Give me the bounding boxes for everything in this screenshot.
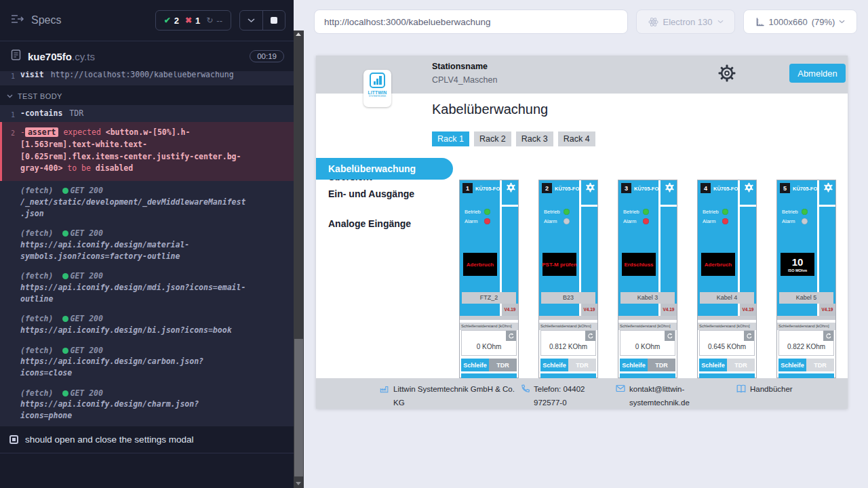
device-settings-gear-icon[interactable] bbox=[823, 182, 834, 193]
resistance-value: 0 KOhm bbox=[462, 343, 516, 350]
fetch-log-row[interactable]: (fetch)GET 200https://api.iconify.design… bbox=[0, 266, 294, 309]
url-input[interactable]: http://localhost:3000/kabelueberwachung bbox=[314, 9, 628, 34]
command-arg: http://localhost:3000/kabelueberwachung bbox=[51, 71, 234, 79]
schleife-button[interactable]: Schleife bbox=[699, 359, 727, 371]
specs-label[interactable]: Specs bbox=[31, 14, 61, 26]
fetch-log-row[interactable]: (fetch)GET 200https://api.iconify.design… bbox=[0, 341, 294, 384]
spec-duration-badge: 00:19 bbox=[250, 50, 284, 62]
failed-assert-row[interactable]: 2 -assert expected <button.w-[50%].h-[1.… bbox=[0, 122, 294, 181]
tab-rack-4[interactable]: Rack 4 bbox=[558, 131, 595, 146]
scroll-up-arrow-icon[interactable] bbox=[296, 33, 301, 36]
browser-selector[interactable]: Electron 130 bbox=[636, 9, 735, 34]
spec-file-row[interactable]: kue705fo.cy.ts 00:19 bbox=[0, 41, 294, 71]
device-settings-gear-icon[interactable] bbox=[665, 182, 675, 193]
command-row-visit[interactable]: 1 visithttp://localhost:3000/kabelueberw… bbox=[0, 71, 294, 85]
tab-rack-3[interactable]: Rack 3 bbox=[516, 131, 553, 146]
status-display: Erdschluss bbox=[622, 253, 656, 276]
resistance-value: 0.645 KOhm bbox=[700, 343, 754, 350]
refresh-button[interactable] bbox=[665, 331, 675, 341]
firmware-version: V4.19 bbox=[740, 304, 756, 316]
slot-number: 4 bbox=[701, 183, 711, 193]
cross-icon: ✖ bbox=[185, 16, 192, 25]
check-icon: ✔ bbox=[164, 16, 171, 25]
settings-gear-icon[interactable] bbox=[718, 64, 736, 82]
schleife-button[interactable]: Schleife bbox=[778, 359, 806, 371]
chevron-down-icon bbox=[717, 20, 724, 24]
device-card: 5 KÜ705-FO Betrieb Alarm 10ISO MOhm Kabe… bbox=[776, 180, 836, 378]
runner-controls bbox=[239, 10, 285, 30]
tab-rack-1[interactable]: Rack 1 bbox=[432, 131, 469, 146]
tdr-button[interactable]: TDR bbox=[648, 359, 675, 371]
specs-menu-icon[interactable] bbox=[11, 14, 24, 26]
betrieb-label: Betrieb bbox=[544, 209, 564, 215]
schleife-button[interactable]: Schleife bbox=[620, 359, 648, 371]
betrieb-led bbox=[484, 209, 490, 215]
chevron-down-icon bbox=[7, 94, 13, 98]
tdr-button[interactable]: TDR bbox=[806, 359, 834, 371]
device-settings-gear-icon[interactable] bbox=[506, 182, 517, 193]
test-stats[interactable]: ✔2 ✖1 ↻-- bbox=[155, 10, 231, 30]
divider bbox=[0, 453, 294, 453]
phone-icon bbox=[521, 384, 530, 393]
browser-name: Electron 130 bbox=[663, 17, 713, 27]
device-model: KÜ705-FO bbox=[793, 186, 817, 192]
tdr-button[interactable]: TDR bbox=[727, 359, 755, 371]
fetch-log-row[interactable]: (fetch)GET 200https://api.iconify.design… bbox=[0, 384, 294, 426]
resistance-label: Schleifenwiderstand [kOhm] bbox=[777, 323, 835, 330]
test-body-section-header[interactable]: TEST BODY bbox=[0, 85, 294, 105]
device-settings-gear-icon[interactable] bbox=[744, 182, 755, 193]
cable-name: Kabel 5 bbox=[779, 292, 833, 304]
status-display: 10ISO MOhm bbox=[781, 253, 814, 276]
refresh-button[interactable] bbox=[506, 331, 516, 341]
display-main: Aderbruch bbox=[467, 262, 494, 268]
status-dot bbox=[62, 230, 68, 237]
pending-test-row[interactable]: should open and close the settings modal bbox=[0, 426, 294, 451]
resistance-value-box: 0 KOhm bbox=[620, 330, 675, 356]
panel-scrollbar[interactable] bbox=[294, 30, 304, 488]
resistance-value-box: 0.822 KOhm bbox=[778, 330, 834, 356]
fetch-log-row[interactable]: (fetch)GET 200/_next/static/development/… bbox=[0, 181, 294, 224]
footer-manuals-link[interactable]: Handbücher bbox=[736, 383, 845, 396]
alarm-label: Alarm bbox=[623, 218, 643, 224]
footer-phone: Telefon: 04402 972577-0 bbox=[521, 383, 604, 409]
scrollbar-thumb[interactable] bbox=[294, 339, 303, 476]
sidebar-item-ein-und-ausgaenge[interactable]: Ein- und Ausgänge bbox=[316, 188, 453, 199]
command-row-contains[interactable]: 1 -containsTDR bbox=[0, 105, 294, 122]
resistance-value: 0.822 KOhm bbox=[779, 343, 833, 350]
sidebar-item-analoge-eingaenge[interactable]: Analoge Eingänge bbox=[316, 218, 453, 229]
fetch-log-row[interactable]: (fetch)GET 200https://api.iconify.design… bbox=[0, 309, 294, 340]
tdr-button[interactable]: TDR bbox=[489, 359, 517, 371]
alarm-label: Alarm bbox=[703, 218, 722, 224]
device-card: 1 KÜ705-FO Betrieb Alarm Aderbruch FTZ_2… bbox=[459, 180, 519, 378]
device-cards: 1 KÜ705-FO Betrieb Alarm Aderbruch FTZ_2… bbox=[459, 180, 836, 378]
station-info: Stationsname CPLV4_Maschen bbox=[432, 62, 497, 85]
scroll-down-arrow-icon[interactable] bbox=[296, 482, 301, 485]
refresh-button[interactable] bbox=[744, 331, 754, 341]
fetch-log-row[interactable]: (fetch)GET 200https://api.iconify.design… bbox=[0, 224, 294, 266]
alarm-led bbox=[564, 218, 570, 224]
status-dot bbox=[62, 348, 68, 354]
collapse-button[interactable] bbox=[240, 11, 262, 30]
stop-button[interactable] bbox=[262, 11, 285, 30]
alarm-led bbox=[722, 218, 728, 224]
resistance-value-box: 0.812 KOhm bbox=[540, 330, 596, 356]
refresh-button[interactable] bbox=[585, 331, 595, 341]
viewport-size-selector[interactable]: 1000x660 (79%) bbox=[743, 9, 857, 34]
tab-rack-2[interactable]: Rack 2 bbox=[474, 131, 511, 146]
command-arg: TDR bbox=[69, 108, 83, 118]
resistance-value-box: 0.645 KOhm bbox=[699, 330, 755, 356]
schleife-button[interactable]: Schleife bbox=[540, 359, 568, 371]
resistance-value: 0.812 KOhm bbox=[541, 343, 595, 350]
sidebar-item-kabelueberwachung[interactable]: Kabelüberwachung bbox=[316, 158, 453, 180]
tdr-button[interactable]: TDR bbox=[568, 359, 596, 371]
alarm-led bbox=[802, 218, 808, 224]
refresh-button[interactable] bbox=[823, 331, 833, 341]
device-settings-gear-icon[interactable] bbox=[585, 182, 596, 193]
app-footer: Littwin Systemtechnik GmbH & Co. KG Tele… bbox=[316, 378, 848, 409]
alarm-label: Alarm bbox=[782, 218, 802, 224]
logout-button[interactable]: Abmelden bbox=[789, 64, 846, 83]
resistance-label: Schleifenwiderstand [kOhm] bbox=[539, 323, 597, 330]
app-viewport: Stationsname CPLV4_Maschen bbox=[316, 56, 848, 409]
spec-file-icon bbox=[11, 49, 21, 63]
schleife-button[interactable]: Schleife bbox=[461, 359, 489, 371]
